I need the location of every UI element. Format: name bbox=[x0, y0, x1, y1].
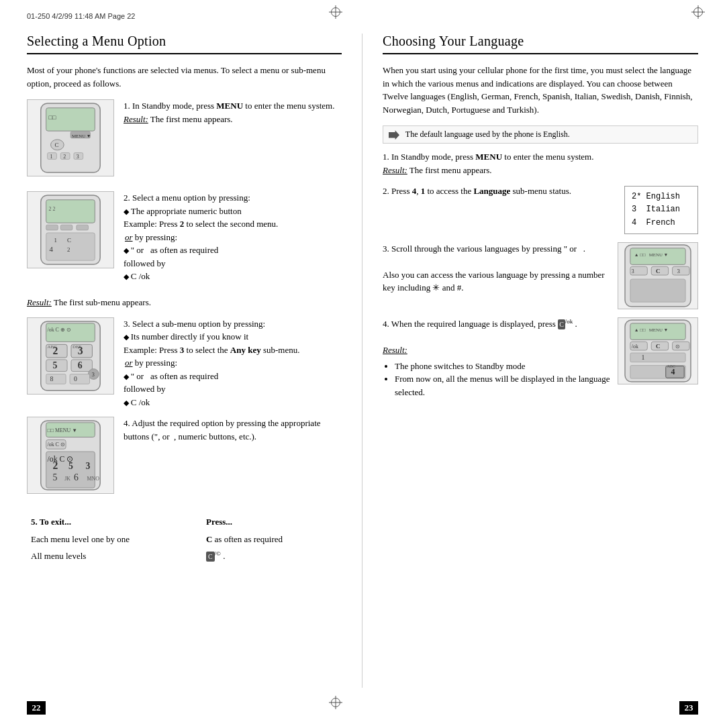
svg-text:4: 4 bbox=[50, 245, 54, 253]
svg-text:5: 5 bbox=[52, 360, 57, 370]
svg-text:DEF: DEF bbox=[72, 344, 81, 349]
svg-text:JK: JK bbox=[64, 476, 70, 482]
exit-col2-header: Press... bbox=[206, 517, 232, 527]
step-1-num: 1. In Standby mode, press MENU to enter … bbox=[124, 101, 334, 111]
phone-svg-4: □□ MENU ▼ /ok C ⊙ /ok C ⊙ 2 5 3 5 JK bbox=[28, 417, 113, 493]
phone-svg-1: □□ MENU ▼ C 1 2 3 bbox=[28, 100, 113, 176]
exit-row2-col2: C/© . bbox=[203, 548, 340, 564]
result-item-1: The phone switches to Standby mode bbox=[395, 360, 611, 373]
phone-image-4: □□ MENU ▼ /ok C ⊙ /ok C ⊙ 2 5 3 5 JK bbox=[27, 417, 114, 494]
svg-text:C: C bbox=[67, 237, 71, 244]
step-2-block: 2 2 1 C 4 2 2. Select bbox=[27, 191, 342, 309]
crosshair-top-right bbox=[691, 5, 705, 19]
svg-rect-17 bbox=[60, 225, 72, 230]
svg-text:⊙: ⊙ bbox=[675, 344, 680, 350]
svg-text:□□  MENU ▼: □□ MENU ▼ bbox=[48, 427, 77, 433]
svg-rect-41 bbox=[70, 374, 89, 384]
crosshair-top-left bbox=[329, 5, 342, 19]
right-step-4-block: 4. When the required language is display… bbox=[383, 317, 698, 399]
exit-row1-col1: Each menu level one by one bbox=[28, 531, 202, 548]
phone-svg-3: /ok C ⊕ ⊙ 2 ABC 3 DEF JKL 5 bbox=[28, 318, 113, 394]
svg-rect-77 bbox=[630, 353, 685, 362]
svg-text:/ok  C  ⊕  ⊙: /ok C ⊕ ⊙ bbox=[48, 326, 71, 332]
svg-text:2: 2 bbox=[67, 246, 70, 253]
svg-text:C: C bbox=[656, 268, 660, 274]
step-2-num: 2. Select a menu option by pressing: bbox=[124, 193, 250, 203]
phone-image-2: 2 2 1 C 4 2 bbox=[27, 191, 114, 268]
svg-text:▲ □□   MENU ▼: ▲ □□ MENU ▼ bbox=[634, 327, 669, 331]
right-step-2-block: 2* English 3 Italian 4 French 2. Press 4… bbox=[383, 185, 698, 234]
svg-text:1: 1 bbox=[50, 154, 53, 160]
exit-table: 5. To exit... Press... Each menu level o… bbox=[27, 513, 342, 566]
lang-item-3: 4 French bbox=[632, 217, 691, 229]
svg-text:0: 0 bbox=[74, 375, 77, 382]
svg-rect-40 bbox=[46, 374, 66, 384]
step-3-block: /ok C ⊕ ⊙ 2 ABC 3 DEF JKL 5 bbox=[27, 317, 342, 409]
info-box: The default language used by the phone i… bbox=[383, 125, 698, 144]
right-step-3-block: 3. Scroll through the various languages … bbox=[383, 242, 698, 309]
svg-text:C: C bbox=[656, 343, 660, 350]
svg-text:3: 3 bbox=[677, 268, 680, 274]
main-columns: Selecting a Menu Option Most of your pho… bbox=[27, 34, 698, 688]
svg-text:3: 3 bbox=[632, 268, 634, 274]
svg-rect-18 bbox=[77, 225, 89, 230]
right-step-3-text: 3. Scroll through the various languages … bbox=[383, 242, 611, 295]
header-text: 01-250 4/2/99 11:48 AM Page 22 bbox=[27, 12, 135, 20]
svg-rect-65 bbox=[673, 266, 689, 275]
left-intro: Most of your phone's functions are selec… bbox=[27, 64, 342, 90]
svg-rect-16 bbox=[46, 225, 58, 230]
crosshair-bottom-center bbox=[329, 696, 342, 709]
phone-image-right-3: ▲ □□ MENU ▼ 3 C 3 bbox=[618, 242, 698, 309]
phone-image-1: □□ MENU ▼ C 1 2 3 bbox=[27, 99, 114, 176]
result-item-2: From now on, all the menus will be displ… bbox=[395, 372, 611, 399]
svg-text:6: 6 bbox=[74, 472, 79, 482]
step-4-block: □□ MENU ▼ /ok C ⊙ /ok C ⊙ 2 5 3 5 JK bbox=[27, 417, 342, 501]
left-title: Selecting a Menu Option bbox=[27, 34, 342, 49]
svg-text:6: 6 bbox=[78, 360, 83, 370]
svg-text:▲ □□   MENU ▼: ▲ □□ MENU ▼ bbox=[634, 252, 669, 256]
svg-text:2: 2 bbox=[52, 460, 58, 471]
step-5-block: 5. To exit... Press... Each menu level o… bbox=[27, 509, 342, 566]
page-number-left: 22 bbox=[27, 701, 46, 715]
svg-rect-75 bbox=[673, 342, 689, 350]
svg-text:5: 5 bbox=[52, 472, 57, 482]
svg-text:2  2: 2 2 bbox=[49, 206, 56, 212]
left-column: Selecting a Menu Option Most of your pho… bbox=[27, 34, 362, 688]
svg-text:/ok: /ok bbox=[632, 344, 638, 350]
step-1-result-label: Result: bbox=[124, 114, 148, 124]
phone-image-3: /ok C ⊕ ⊙ 2 ABC 3 DEF JKL 5 bbox=[27, 317, 114, 395]
phone-svg-2: 2 2 1 C 4 2 bbox=[28, 192, 113, 268]
phone-svg-right-4: ▲ □□ MENU ▼ /ok C ⊙ 1 bbox=[618, 318, 697, 384]
svg-text:3: 3 bbox=[86, 461, 91, 471]
svg-text:3: 3 bbox=[77, 154, 79, 160]
page-container: 01-250 4/2/99 11:48 AM Page 22 Selecting… bbox=[0, 0, 725, 728]
right-step-4-results: The phone switches to Standby mode From … bbox=[383, 360, 611, 399]
svg-text:3: 3 bbox=[91, 371, 95, 378]
exit-row1-col2: C as often as required bbox=[203, 531, 340, 548]
svg-text:MENU ▼: MENU ▼ bbox=[72, 134, 91, 138]
svg-text:5: 5 bbox=[68, 461, 73, 471]
svg-text:1: 1 bbox=[54, 237, 56, 244]
right-column: Choosing Your Language When you start us… bbox=[362, 34, 698, 688]
right-step-4-row: 4. When the required language is display… bbox=[383, 317, 698, 399]
right-title: Choosing Your Language bbox=[383, 34, 698, 49]
info-note: The default language used by the phone i… bbox=[405, 129, 570, 139]
right-intro: When you start using your cellular phone… bbox=[383, 64, 698, 116]
svg-text:ABC: ABC bbox=[48, 344, 58, 349]
svg-text:8: 8 bbox=[50, 375, 54, 382]
svg-text:ABC: ABC bbox=[667, 364, 675, 368]
svg-text:4: 4 bbox=[671, 368, 675, 376]
left-divider bbox=[27, 53, 342, 54]
right-step-1-text: 1. In Standby mode, press MENU to enter … bbox=[383, 150, 698, 176]
svg-rect-67 bbox=[630, 279, 685, 302]
svg-text:C: C bbox=[54, 142, 58, 148]
right-step-1-block: 1. In Standby mode, press MENU to enter … bbox=[383, 150, 698, 176]
phone-svg-right-3: ▲ □□ MENU ▼ 3 C 3 bbox=[618, 243, 697, 309]
svg-text:2: 2 bbox=[63, 154, 66, 160]
lang-item-1: 2* English bbox=[632, 191, 691, 203]
right-divider bbox=[383, 53, 698, 54]
exit-row2-col1: All menu levels bbox=[28, 548, 202, 564]
step-1-result: The first menu appears. bbox=[150, 114, 233, 124]
svg-text:1: 1 bbox=[642, 354, 645, 361]
step-1-block: □□ MENU ▼ C 1 2 3 bbox=[27, 99, 342, 183]
